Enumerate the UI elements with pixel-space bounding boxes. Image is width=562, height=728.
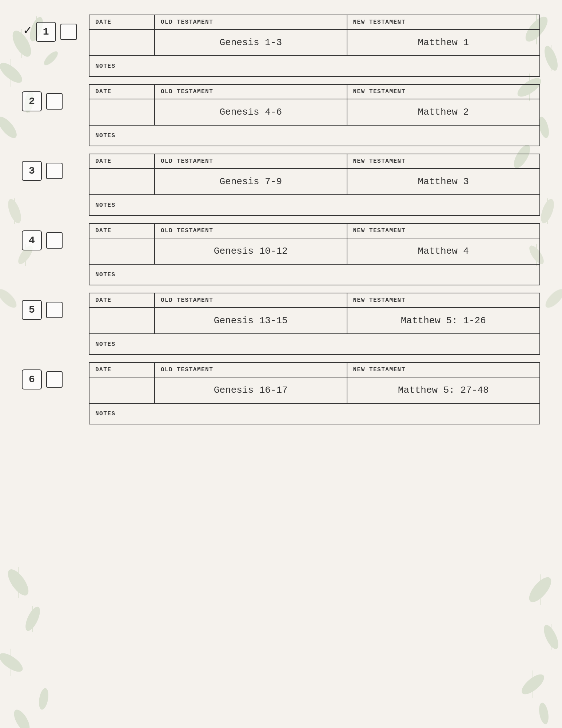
day-2-checkbox[interactable]	[46, 93, 63, 110]
ot-header-3: OLD TESTAMENT	[155, 154, 347, 168]
day-5-row: 5 DATE OLD TESTAMENT NEW TESTAMENT Genes…	[22, 293, 540, 362]
day-1-date[interactable]	[89, 30, 155, 55]
day-5-date[interactable]	[89, 308, 155, 333]
day-2-block: DATE OLD TESTAMENT NEW TESTAMENT Genesis…	[89, 84, 540, 146]
day-6-block: DATE OLD TESTAMENT NEW TESTAMENT Genesis…	[89, 362, 540, 424]
date-header-6: DATE	[89, 363, 155, 377]
day-6-notes: NOTES	[89, 404, 539, 424]
day-1-readings: Genesis 1-3 Matthew 1	[89, 30, 539, 56]
ot-header-5: OLD TESTAMENT	[155, 293, 347, 307]
ot-header-4: OLD TESTAMENT	[155, 224, 347, 238]
day-2-date[interactable]	[89, 99, 155, 125]
nt-header-1: NEW TESTAMENT	[347, 15, 540, 29]
day-5-ot: Genesis 13-15	[155, 308, 347, 333]
day-4-labels: 4	[22, 223, 80, 250]
date-header-5: DATE	[89, 293, 155, 307]
day-4-number: 4	[22, 230, 42, 250]
nt-header-2: NEW TESTAMENT	[347, 85, 540, 99]
svg-point-18	[4, 566, 32, 598]
svg-point-20	[0, 650, 25, 675]
day-2-ot: Genesis 4-6	[155, 99, 347, 125]
day-4-readings: Genesis 10-12 Matthew 4	[89, 238, 539, 265]
day-4-header: DATE OLD TESTAMENT NEW TESTAMENT	[89, 224, 539, 238]
svg-point-27	[541, 623, 561, 651]
day-6-date[interactable]	[89, 377, 155, 403]
day-3-checkbox[interactable]	[46, 163, 63, 179]
day-1-ot: Genesis 1-3	[155, 30, 347, 55]
day-2-labels: 2	[22, 84, 80, 111]
day-6-nt: Matthew 5: 27-48	[347, 377, 540, 403]
svg-point-29	[538, 702, 550, 725]
day-2-number: 2	[22, 91, 42, 111]
day-2-nt: Matthew 2	[347, 99, 540, 125]
day-5-checkbox[interactable]	[46, 302, 63, 318]
svg-point-21	[37, 687, 50, 710]
day-2-row: 2 DATE OLD TESTAMENT NEW TESTAMENT Genes…	[22, 84, 540, 154]
nt-header-4: NEW TESTAMENT	[347, 224, 540, 238]
day-6-checkbox[interactable]	[46, 371, 63, 388]
date-header-2: DATE	[89, 85, 155, 99]
day-1-row: ✓ 1 DATE OLD TESTAMENT NEW TESTAMENT Gen…	[22, 15, 540, 84]
day-1-nt: Matthew 1	[347, 30, 540, 55]
day-3-header: DATE OLD TESTAMENT NEW TESTAMENT	[89, 154, 539, 169]
day-3-nt: Matthew 3	[347, 169, 540, 194]
day-3-block: DATE OLD TESTAMENT NEW TESTAMENT Genesis…	[89, 154, 540, 216]
day-3-number: 3	[22, 161, 42, 181]
day-4-nt: Matthew 4	[347, 238, 540, 264]
day-1-checkbox[interactable]	[60, 24, 77, 40]
day-5-readings: Genesis 13-15 Matthew 5: 1-26	[89, 308, 539, 334]
day-3-ot: Genesis 7-9	[155, 169, 347, 194]
svg-point-19	[23, 605, 43, 633]
day-3-notes: NOTES	[89, 195, 539, 215]
day-4-ot: Genesis 10-12	[155, 238, 347, 264]
day-1-labels: ✓ 1	[22, 15, 80, 42]
day-3-date[interactable]	[89, 169, 155, 194]
day-4-row: 4 DATE OLD TESTAMENT NEW TESTAMENT Genes…	[22, 223, 540, 293]
svg-point-28	[519, 671, 547, 697]
ot-header-6: OLD TESTAMENT	[155, 363, 347, 377]
date-header-3: DATE	[89, 154, 155, 168]
day-6-row: 6 DATE OLD TESTAMENT NEW TESTAMENT Genes…	[22, 362, 540, 432]
date-header-1: DATE	[89, 15, 155, 29]
nt-header-3: NEW TESTAMENT	[347, 154, 540, 168]
day-2-header: DATE OLD TESTAMENT NEW TESTAMENT	[89, 85, 539, 99]
day-3-row: 3 DATE OLD TESTAMENT NEW TESTAMENT Genes…	[22, 154, 540, 223]
day-1-number: 1	[36, 22, 56, 42]
svg-point-22	[11, 707, 33, 728]
day-4-date[interactable]	[89, 238, 155, 264]
ot-header-1: OLD TESTAMENT	[155, 15, 347, 29]
day-4-notes: NOTES	[89, 265, 539, 285]
day-2-readings: Genesis 4-6 Matthew 2	[89, 99, 539, 126]
day-6-ot: Genesis 16-17	[155, 377, 347, 403]
day-3-readings: Genesis 7-9 Matthew 3	[89, 169, 539, 195]
nt-header-5: NEW TESTAMENT	[347, 293, 540, 307]
day-1-notes: NOTES	[89, 56, 539, 76]
day-1-block: DATE OLD TESTAMENT NEW TESTAMENT Genesis…	[89, 15, 540, 77]
day-6-header: DATE OLD TESTAMENT NEW TESTAMENT	[89, 363, 539, 377]
day-5-labels: 5	[22, 293, 80, 320]
nt-header-6: NEW TESTAMENT	[347, 363, 540, 377]
day-6-readings: Genesis 16-17 Matthew 5: 27-48	[89, 377, 539, 404]
day-5-notes: NOTES	[89, 334, 539, 354]
day-1-header: DATE OLD TESTAMENT NEW TESTAMENT	[89, 15, 539, 30]
day-6-labels: 6	[22, 362, 80, 389]
svg-point-26	[525, 574, 555, 605]
day-5-nt: Matthew 5: 1-26	[347, 308, 540, 333]
day-4-checkbox[interactable]	[46, 232, 63, 249]
ot-header-2: OLD TESTAMENT	[155, 85, 347, 99]
day-2-notes: NOTES	[89, 126, 539, 146]
content-area: ✓ 1 DATE OLD TESTAMENT NEW TESTAMENT Gen…	[0, 0, 562, 454]
date-header-4: DATE	[89, 224, 155, 238]
checkmark-icon: ✓	[24, 22, 32, 38]
day-6-number: 6	[22, 369, 42, 389]
day-5-header: DATE OLD TESTAMENT NEW TESTAMENT	[89, 293, 539, 308]
day-3-labels: 3	[22, 154, 80, 181]
day-4-block: DATE OLD TESTAMENT NEW TESTAMENT Genesis…	[89, 223, 540, 285]
day-5-number: 5	[22, 300, 42, 320]
day-5-block: DATE OLD TESTAMENT NEW TESTAMENT Genesis…	[89, 293, 540, 355]
